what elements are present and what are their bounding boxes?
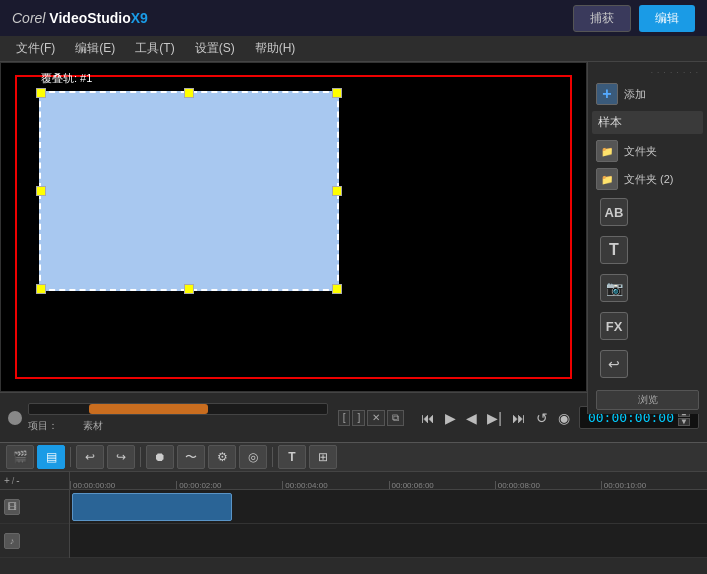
zoom-minus[interactable]: + bbox=[4, 475, 10, 486]
tl-btn-grid[interactable]: ⊞ bbox=[309, 445, 337, 469]
folder-label: 文件夹 bbox=[624, 144, 657, 159]
btn-frame-fwd[interactable]: ▶| bbox=[484, 409, 505, 427]
bracket-in[interactable]: [ bbox=[338, 410, 351, 426]
handle-top-mid[interactable] bbox=[184, 88, 194, 98]
copy-btn[interactable]: ⧉ bbox=[387, 410, 404, 426]
tl-btn-waveform[interactable]: 〜 bbox=[177, 445, 205, 469]
app-logo: Corel VideoStudioX9 bbox=[12, 10, 148, 26]
add-label: 添加 bbox=[624, 87, 646, 102]
capture-button[interactable]: 捕获 bbox=[573, 5, 631, 32]
handle-bot-right[interactable] bbox=[332, 284, 342, 294]
handle-mid-left[interactable] bbox=[36, 186, 46, 196]
bracket-x[interactable]: ✕ bbox=[367, 410, 385, 426]
preview-canvas[interactable]: 覆叠轨: #1 bbox=[1, 63, 586, 391]
tl-btn-record[interactable]: ⏺ bbox=[146, 445, 174, 469]
handle-mid-right[interactable] bbox=[332, 186, 342, 196]
folder-row[interactable]: 📁 文件夹 bbox=[592, 138, 703, 164]
edit-button[interactable]: 编辑 bbox=[639, 5, 695, 32]
track-label-video: 🎞 bbox=[0, 490, 69, 524]
ruler-controls: + / - bbox=[0, 472, 69, 490]
menu-tools[interactable]: 工具(T) bbox=[127, 38, 182, 59]
camera-icon-btn[interactable]: 📷 bbox=[600, 274, 628, 302]
menu-file[interactable]: 文件(F) bbox=[8, 38, 63, 59]
browse-button[interactable]: 浏览 bbox=[596, 390, 699, 410]
menu-help[interactable]: 帮助(H) bbox=[247, 38, 304, 59]
track-row-video[interactable] bbox=[70, 490, 707, 524]
btn-go-start[interactable]: ⏮ bbox=[418, 409, 438, 427]
track-row-music[interactable] bbox=[70, 524, 707, 558]
transport-buttons: ⏮ ▶ ◀ ▶| ⏭ ↺ ◉ bbox=[418, 409, 573, 427]
timecode-down[interactable]: ▼ bbox=[678, 418, 690, 426]
ruler-marks: 00:00:00:00 00:00:02:00 00:00:04:00 00:0… bbox=[70, 481, 707, 489]
video-clip[interactable] bbox=[72, 493, 232, 521]
ruler-mark-4: 00:00:08:00 bbox=[495, 481, 601, 489]
add-row[interactable]: + 添加 bbox=[592, 81, 703, 107]
tl-btn-film[interactable]: 🎬 bbox=[6, 445, 34, 469]
logo-corel: Corel bbox=[12, 10, 45, 26]
folder2-label: 文件夹 (2) bbox=[624, 172, 674, 187]
overlay-track[interactable]: 覆叠轨: #1 bbox=[39, 91, 339, 291]
title-bar: Corel VideoStudioX9 捕获 编辑 bbox=[0, 0, 707, 36]
btn-play[interactable]: ▶ bbox=[442, 409, 459, 427]
main-area: 覆叠轨: #1 · · · · · · · · + 添加 样本 bbox=[0, 62, 707, 392]
ruler-mark-5: 00:00:10:00 bbox=[601, 481, 707, 489]
scrubber-thumb[interactable] bbox=[89, 404, 208, 414]
transition-icon-btn[interactable]: ↩ bbox=[600, 350, 628, 378]
ruler-mark-1: 00:00:02:00 bbox=[176, 481, 282, 489]
tl-separator-2 bbox=[140, 447, 141, 467]
handle-bot-mid[interactable] bbox=[184, 284, 194, 294]
tl-btn-record2[interactable]: ◎ bbox=[239, 445, 267, 469]
tl-btn-text[interactable]: T bbox=[278, 445, 306, 469]
ruler-mark-3: 00:00:06:00 bbox=[389, 481, 495, 489]
right-panel-container: · · · · · · · · + 添加 样本 📁 文件夹 📁 文件夹 (2) … bbox=[587, 62, 707, 392]
project-label: 项目： bbox=[28, 419, 58, 433]
title-bar-buttons: 捕获 编辑 bbox=[573, 5, 695, 32]
btn-loop[interactable]: ↺ bbox=[533, 409, 551, 427]
playhead-indicator bbox=[8, 411, 22, 425]
tl-btn-undo[interactable]: ↩ bbox=[76, 445, 104, 469]
overlay-label: 覆叠轨: #1 bbox=[41, 71, 92, 86]
tl-separator-1 bbox=[70, 447, 71, 467]
ab-icon-btn[interactable]: AB bbox=[600, 198, 628, 226]
text-icon-btn[interactable]: T bbox=[600, 236, 628, 264]
tl-btn-redo[interactable]: ↪ bbox=[107, 445, 135, 469]
material-label: 素材 bbox=[83, 419, 103, 433]
track-icon-video: 🎞 bbox=[4, 499, 20, 515]
dots-decoration: · · · · · · · · bbox=[592, 66, 703, 79]
menu-bar: 文件(F) 编辑(E) 工具(T) 设置(S) 帮助(H) bbox=[0, 36, 707, 62]
sample-header: 样本 bbox=[592, 111, 703, 134]
track-label-music: ♪ bbox=[0, 524, 69, 558]
add-icon: + bbox=[596, 83, 618, 105]
ruler-mark-2: 00:00:04:00 bbox=[282, 481, 388, 489]
track-content: 00:00:00:00 00:00:02:00 00:00:04:00 00:0… bbox=[70, 472, 707, 558]
fx-icon-btn[interactable]: FX bbox=[600, 312, 628, 340]
preview-area: 覆叠轨: #1 bbox=[0, 62, 587, 392]
handle-bot-left[interactable] bbox=[36, 284, 46, 294]
right-panel: · · · · · · · · + 添加 样本 📁 文件夹 📁 文件夹 (2) … bbox=[587, 62, 707, 414]
handle-top-right[interactable] bbox=[332, 88, 342, 98]
tl-separator-3 bbox=[272, 447, 273, 467]
menu-settings[interactable]: 设置(S) bbox=[187, 38, 243, 59]
zoom-separator: / bbox=[12, 476, 15, 486]
tl-btn-storyboard[interactable]: ▤ bbox=[37, 445, 65, 469]
folder2-icon: 📁 bbox=[596, 168, 618, 190]
track-icon-music: ♪ bbox=[4, 533, 20, 549]
scrubber-track[interactable] bbox=[28, 403, 328, 415]
bracket-out[interactable]: ] bbox=[352, 410, 365, 426]
tl-btn-settings[interactable]: ⚙ bbox=[208, 445, 236, 469]
ruler-mark-0: 00:00:00:00 bbox=[70, 481, 176, 489]
zoom-plus[interactable]: - bbox=[16, 475, 19, 486]
handle-top-left[interactable] bbox=[36, 88, 46, 98]
folder-icon: 📁 bbox=[596, 140, 618, 162]
folder2-row[interactable]: 📁 文件夹 (2) bbox=[592, 166, 703, 192]
timeline-section: + / - 🎞 ♪ 00:00:00:00 00:00:02:00 00:00:… bbox=[0, 472, 707, 558]
btn-audio[interactable]: ◉ bbox=[555, 409, 573, 427]
timeline-slider-area: 项目： 素材 bbox=[28, 403, 328, 433]
menu-edit[interactable]: 编辑(E) bbox=[67, 38, 123, 59]
btn-go-end[interactable]: ⏭ bbox=[509, 409, 529, 427]
bracket-buttons: [ ] ✕ ⧉ bbox=[338, 410, 405, 426]
track-labels: + / - 🎞 ♪ bbox=[0, 472, 70, 558]
logo-video: Video bbox=[49, 10, 87, 26]
btn-prev-frame[interactable]: ◀ bbox=[463, 409, 480, 427]
timeline-ruler: 00:00:00:00 00:00:02:00 00:00:04:00 00:0… bbox=[70, 472, 707, 490]
